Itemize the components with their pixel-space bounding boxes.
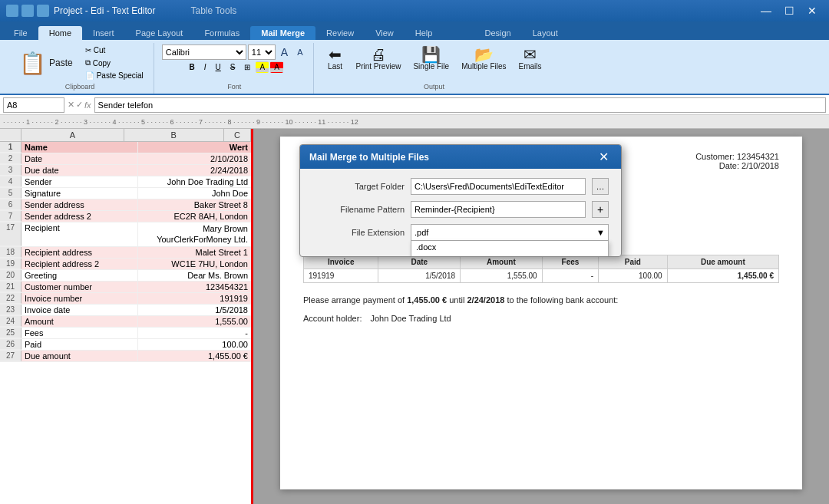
table-row: 23 Invoice date 1/5/2018 bbox=[0, 305, 251, 316]
browse-button[interactable]: … bbox=[592, 178, 609, 195]
tab-page-layout[interactable]: Page Layout bbox=[125, 26, 194, 40]
cut-button[interactable]: ✂ Cut bbox=[81, 44, 147, 56]
table-row: 19 Recipient address 2 WC1E 7HU, London bbox=[0, 259, 251, 270]
tab-design[interactable]: Design bbox=[474, 26, 521, 40]
target-folder-label: Target Folder bbox=[312, 182, 405, 191]
single-file-button[interactable]: 💾 Single File bbox=[408, 44, 454, 73]
cell-b26[interactable]: 100.00 bbox=[138, 339, 252, 350]
cell-b4[interactable]: John Doe Trading Ltd bbox=[138, 176, 252, 187]
cell-b24[interactable]: 1,555.00 bbox=[138, 316, 252, 327]
tab-review[interactable]: Review bbox=[315, 26, 365, 40]
cell-a18[interactable]: Recipient address bbox=[21, 247, 138, 258]
tab-help[interactable]: Help bbox=[405, 26, 444, 40]
table-tools-title: Table Tools bbox=[191, 5, 237, 16]
decrease-font-button[interactable]: A bbox=[293, 46, 306, 58]
cell-a24[interactable]: Amount bbox=[21, 316, 138, 327]
tab-insert[interactable]: Insert bbox=[82, 26, 125, 40]
cell-a21[interactable]: Customer number bbox=[21, 282, 138, 292]
font-color-button[interactable]: A bbox=[270, 61, 283, 73]
table-row: 18 Recipient address Malet Street 1 bbox=[0, 247, 251, 259]
tab-view[interactable]: View bbox=[365, 26, 405, 40]
formula-dividers: ✕ ✓ fx bbox=[68, 100, 91, 110]
cell-a6[interactable]: Sender address bbox=[21, 199, 138, 210]
print-preview-button[interactable]: 🖨 Print Preview bbox=[351, 44, 407, 73]
table-row: 1 Name Wert bbox=[0, 142, 251, 153]
cell-b23[interactable]: 1/5/2018 bbox=[138, 305, 252, 315]
paste-button[interactable]: 📋 Paste bbox=[12, 47, 80, 80]
dropdown-selected[interactable]: .pdf ▼ bbox=[411, 224, 609, 241]
table-row: 26 Paid 100.00 bbox=[0, 339, 251, 351]
cell-b18[interactable]: Malet Street 1 bbox=[138, 247, 252, 258]
tab-home[interactable]: Home bbox=[38, 26, 82, 40]
cell-a19[interactable]: Recipient address 2 bbox=[21, 259, 138, 269]
maximize-button[interactable]: ☐ bbox=[778, 2, 800, 19]
cell-b22[interactable]: 191919 bbox=[138, 293, 252, 304]
cell-a27[interactable]: Due amount bbox=[21, 351, 138, 361]
cell-reference-box[interactable] bbox=[3, 97, 64, 113]
cell-b20[interactable]: Dear Ms. Brown bbox=[138, 270, 252, 281]
cell-a7[interactable]: Sender address 2 bbox=[21, 211, 138, 222]
increase-font-button[interactable]: A bbox=[277, 44, 292, 60]
minimize-button[interactable]: — bbox=[755, 2, 777, 19]
bold-button[interactable]: B bbox=[186, 61, 199, 73]
dialog-close-button[interactable]: ✕ bbox=[596, 150, 612, 164]
cell-a4[interactable]: Sender bbox=[21, 176, 138, 187]
add-pattern-button[interactable]: + bbox=[592, 201, 609, 218]
cell-a26[interactable]: Paid bbox=[21, 339, 138, 350]
clipboard-group: 📋 Paste ✂ Cut ⧉ Copy 📄 Paste Special bbox=[6, 43, 154, 94]
strikethrough-button[interactable]: S bbox=[226, 61, 239, 73]
cell-a1[interactable]: Name bbox=[21, 142, 138, 153]
option-doc[interactable]: .doc bbox=[411, 253, 608, 257]
cell-a3[interactable]: Due date bbox=[21, 165, 138, 176]
cell-a17[interactable]: Recipient bbox=[21, 222, 138, 246]
output-group: ⬅ Last 🖨 Print Preview 💾 Single File 📂 M… bbox=[315, 43, 553, 94]
cell-b25[interactable]: - bbox=[138, 328, 252, 338]
tab-mail-merge[interactable]: Mail Merge bbox=[250, 26, 315, 40]
paste-special-button[interactable]: 📄 Paste Special bbox=[81, 70, 147, 81]
font-size-select[interactable]: 11 bbox=[248, 44, 276, 60]
col-header-b[interactable]: B bbox=[124, 129, 224, 141]
cell-a22[interactable]: Invoice number bbox=[21, 293, 138, 304]
option-docx[interactable]: .docx bbox=[411, 241, 608, 253]
formula-bar: ✕ ✓ fx bbox=[0, 95, 829, 115]
cell-a23[interactable]: Invoice date bbox=[21, 305, 138, 315]
cell-b17[interactable]: Mary Brown YourClerkForMoney Ltd. bbox=[138, 222, 252, 246]
target-folder-input[interactable] bbox=[411, 178, 586, 195]
tab-file[interactable]: File bbox=[3, 26, 38, 40]
highlight-button[interactable]: A bbox=[256, 61, 269, 73]
dialog-title-text: Mail Merge to Multiple Files bbox=[309, 152, 429, 163]
col-header-c[interactable]: C bbox=[224, 129, 251, 141]
multiple-files-button[interactable]: 📂 Multiple Files bbox=[456, 44, 511, 73]
cell-b27[interactable]: 1,455.00 € bbox=[138, 351, 252, 361]
dialog-title-bar: Mail Merge to Multiple Files ✕ bbox=[300, 145, 621, 169]
cell-a25[interactable]: Fees bbox=[21, 328, 138, 338]
emails-button[interactable]: ✉ Emails bbox=[514, 44, 547, 73]
target-folder-row: Target Folder … bbox=[312, 178, 609, 195]
cell-b7[interactable]: EC2R 8AH, London bbox=[138, 211, 252, 222]
filename-pattern-input[interactable] bbox=[411, 201, 586, 218]
font-family-select[interactable]: Calibri bbox=[162, 44, 246, 60]
cell-b5[interactable]: John Doe bbox=[138, 188, 252, 199]
col-header-a[interactable]: A bbox=[21, 129, 124, 141]
last-button[interactable]: ⬅ Last bbox=[322, 44, 349, 73]
last-icon: ⬅ bbox=[329, 47, 342, 62]
italic-button[interactable]: I bbox=[200, 61, 210, 73]
cell-b2[interactable]: 2/10/2018 bbox=[138, 153, 252, 164]
copy-button[interactable]: ⧉ Copy bbox=[81, 57, 147, 69]
borders-button[interactable]: ⊞ bbox=[240, 61, 254, 73]
cell-b19[interactable]: WC1E 7HU, London bbox=[138, 259, 252, 269]
file-extension-dropdown[interactable]: .pdf ▼ .docx .doc .odt .rtf .xml .epub .… bbox=[411, 224, 609, 241]
tab-formulas[interactable]: Formulas bbox=[193, 26, 250, 40]
cell-a5[interactable]: Signature bbox=[21, 188, 138, 199]
underline-button[interactable]: U bbox=[212, 61, 225, 73]
cell-a20[interactable]: Greeting bbox=[21, 270, 138, 281]
tab-layout[interactable]: Layout bbox=[522, 26, 569, 40]
cell-b6[interactable]: Baker Street 8 bbox=[138, 199, 252, 210]
cell-a2[interactable]: Date bbox=[21, 153, 138, 164]
cell-b3[interactable]: 2/24/2018 bbox=[138, 165, 252, 176]
cell-b21[interactable]: 123454321 bbox=[138, 282, 252, 292]
close-button[interactable]: ✕ bbox=[801, 2, 823, 19]
check-icon: ✓ bbox=[76, 100, 83, 110]
formula-input[interactable] bbox=[94, 97, 826, 113]
cell-b1[interactable]: Wert bbox=[138, 142, 252, 153]
